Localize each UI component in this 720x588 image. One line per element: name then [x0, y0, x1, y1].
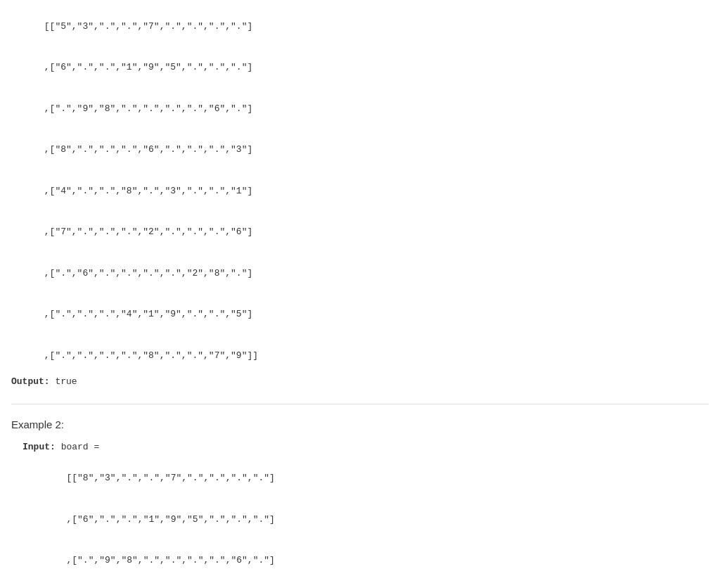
- top-code-line-3: ,[".","9","8",".",".",".",".","6","."]: [44, 103, 252, 114]
- top-code-line-4: ,["8",".",".",".","6",".",".",".","3"]: [44, 144, 252, 155]
- top-code-block: [["5","3",".",".","7",".",".",".","."] ,…: [11, 6, 709, 376]
- top-output-label: Output:: [11, 376, 50, 387]
- top-code-line-6: ,["7",".",".",".","2",".",".",".","6"]: [44, 226, 252, 237]
- example2-header: Example 2:: [11, 418, 709, 430]
- example2-input-label: Input:: [22, 442, 56, 452]
- top-code-line-5: ,["4",".",".","8",".","3",".",".","1"]: [44, 186, 252, 196]
- example2-code-block: [["8","3",".",".","7",".",".",".","."] ,…: [22, 458, 709, 589]
- ex2-line-2: ,["6",".",".","1","9","5",".",".","."]: [66, 514, 274, 525]
- example2-input-assignment: board =: [61, 442, 100, 452]
- top-code-line-9: ,[".",".",".",".","8",".",".","7","9"]]: [44, 350, 258, 361]
- example2-input-line: Input: board =: [22, 442, 709, 452]
- example2-content: Input: board = [["8","3",".",".","7","."…: [11, 442, 709, 589]
- top-code-line-8: ,[".",".",".","4","1","9",".",".","5"]: [44, 309, 252, 319]
- ex2-line-3: ,[".","9","8",".",".",".",".","6","."]: [66, 555, 274, 565]
- ex2-line-1: [["8","3",".",".","7",".",".",".","."]: [66, 473, 274, 483]
- top-output-value: true: [55, 376, 77, 387]
- page: [["5","3",".",".","7",".",".",".","."] ,…: [0, 0, 720, 588]
- example2-section: Example 2: Input: board = [["8","3",".",…: [11, 404, 709, 589]
- top-code-line-7: ,[".","6",".",".",".",".","2","8","."]: [44, 268, 252, 279]
- top-output: Output: true: [11, 376, 709, 387]
- top-code-line-2: ,["6",".",".","1","9","5",".",".","."]: [44, 62, 252, 72]
- top-code-section: [["5","3",".",".","7",".",".",".","."] ,…: [11, 0, 709, 404]
- top-code-line-1: [["5","3",".",".","7",".",".",".","."]: [44, 21, 252, 32]
